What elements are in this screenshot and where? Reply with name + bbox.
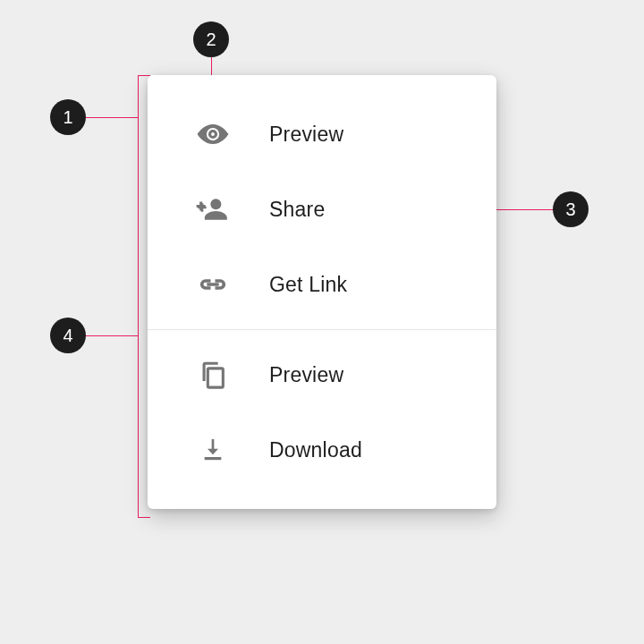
svg-rect-4: [208, 369, 223, 387]
callout-3: 3: [553, 191, 589, 227]
callout-2: 2: [193, 21, 229, 57]
menu-item-label: Share: [269, 198, 325, 222]
callout-1: 1: [50, 99, 86, 135]
svg-point-1: [210, 199, 221, 209]
menu-item-label: Preview: [269, 363, 343, 387]
svg-rect-5: [205, 457, 222, 460]
menu-item-preview[interactable]: Preview: [148, 97, 496, 172]
context-menu: Preview Share Get Link: [148, 75, 496, 509]
menu-item-label: Download: [269, 438, 362, 462]
eye-icon: [192, 114, 233, 155]
link-icon: [192, 264, 233, 305]
svg-point-0: [210, 131, 216, 138]
callout-number: 1: [63, 107, 72, 128]
connector-bottom-cap: [138, 517, 150, 518]
menu-item-get-link[interactable]: Get Link: [148, 247, 496, 322]
menu-divider: [148, 329, 496, 330]
connector-left-spine: [138, 75, 139, 517]
menu-item-label: Preview: [269, 123, 343, 147]
diagram-canvas: Preview Share Get Link: [0, 0, 644, 644]
menu-item-share[interactable]: Share: [148, 172, 496, 247]
menu-item-label: Get Link: [269, 273, 347, 297]
svg-rect-3: [199, 202, 202, 211]
callout-number: 2: [206, 30, 216, 50]
connector-c4: [86, 335, 138, 336]
person-add-icon: [192, 189, 233, 230]
menu-item-download[interactable]: Download: [148, 412, 496, 487]
download-icon: [192, 429, 233, 470]
callout-4: 4: [50, 318, 86, 353]
callout-number: 4: [63, 326, 72, 346]
copy-icon: [192, 354, 233, 395]
menu-item-preview-2[interactable]: Preview: [148, 337, 496, 412]
callout-number: 3: [565, 199, 575, 220]
connector-c1: [86, 117, 138, 118]
